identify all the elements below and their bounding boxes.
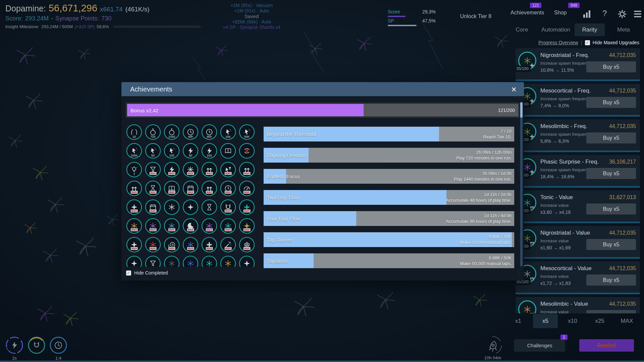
ability-time-button[interactable] [49,336,67,354]
achievement-desc: Play 1440 minutes in one run. [454,176,512,182]
achievement-icon[interactable]: MAX [145,237,161,252]
achievement-icon[interactable]: MAX [126,199,142,215]
achievement-icon[interactable] [239,143,255,159]
buy-button[interactable]: Buy x5 [586,239,636,250]
achievement-icon[interactable]: MAX [202,237,217,252]
settings-gear-icon[interactable] [617,9,627,19]
achievement-icon[interactable]: MAX [183,181,198,196]
stats-icon[interactable] [582,9,592,19]
achievement-icon[interactable]: MAX [220,181,236,196]
rewire-button[interactable]: Rewire! [579,339,634,352]
achievement-icon[interactable]: MAX [183,237,198,252]
achievement-icon[interactable]: MAX [220,162,236,177]
hide-completed-checkbox[interactable]: ✓ [126,270,131,276]
achievement-icon[interactable]: 100K [126,143,142,159]
achievement-icon[interactable]: 50 [183,143,198,159]
achievement-icon[interactable]: MAX [183,218,198,234]
buy-button[interactable]: Buy x5 [586,97,636,108]
multiplier-x5[interactable]: x5 [533,314,558,328]
achievement-icon[interactable]: MAX [183,162,198,177]
achievement-value: 1d 11h / 2d 0h [446,192,512,197]
achievement-icon[interactable]: MAX [145,181,161,196]
achievement-icon[interactable] [183,256,198,267]
achievement-icon[interactable]: 96h [202,124,217,140]
achievement-icon[interactable] [220,256,236,267]
menu-icon[interactable] [633,10,642,18]
achievement-icon[interactable]: 1440 [164,124,179,140]
hide-maxed-checkbox[interactable]: ✓ [585,40,590,45]
achievement-icon[interactable]: MAX [239,162,255,177]
achievement-icon[interactable]: 100 [202,143,217,159]
achievement-icon[interactable] [183,199,198,215]
shop-button[interactable]: Shop [552,9,569,16]
upgrade-progress [516,186,640,188]
max-chip: MAX [225,172,232,175]
achievement-icon[interactable]: MAX [164,237,179,252]
tab-core[interactable]: Core [507,23,537,36]
achievement-icon[interactable]: MAX [202,162,217,177]
achievement-icon[interactable]: MAX [239,218,255,234]
tab-meta[interactable]: Meta [608,23,639,36]
buy-button[interactable]: Buy x5 [586,168,636,179]
buy-button[interactable]: Buy x5 [586,203,636,215]
help-icon[interactable]: ? [602,9,607,18]
achievement-icon[interactable]: MAX [145,162,161,177]
achievement-icon[interactable] [145,256,161,267]
multiplier-max[interactable]: MAX [614,314,639,328]
achievement-icon[interactable]: 100 [164,143,179,159]
achievement-icon[interactable]: MAX [239,237,255,252]
achievement-icon-label: 100 [202,154,216,157]
boost-rocket-icon[interactable] [482,335,503,356]
burst-icon [168,259,176,267]
achievement-icon[interactable]: MAX [145,199,161,215]
multiplier-x25[interactable]: x25 [587,314,612,328]
ability-magnet-button[interactable] [28,336,46,354]
tab-rarity[interactable]: Rarity [575,23,605,36]
modal-scrollbar[interactable] [520,102,523,266]
achievement-icon[interactable] [239,256,255,267]
achievement-icon[interactable]: 720 [145,124,161,140]
achievement-icon[interactable]: 10K [220,124,236,140]
achievement-icon[interactable]: MAX [126,218,142,234]
achievement-icon[interactable]: 7 [126,162,142,177]
modal-scrollbar-thumb[interactable] [520,102,523,118]
achievement-icon[interactable] [202,199,217,215]
achievement-icon[interactable]: MAX [164,162,179,177]
achievement-icon[interactable] [164,256,179,267]
achievement-icon[interactable]: MAX [239,181,255,196]
hourglass-badge [202,199,217,215]
buy-button[interactable]: Buy x5 [586,61,636,72]
achievement-icon[interactable]: 48h [183,124,198,140]
challenges-button[interactable]: Challenges [514,339,565,352]
achievement-icon[interactable]: MAX [239,199,255,215]
achievement-icon[interactable]: MAX [164,181,179,196]
upgrade-cost: 36,106,217 [609,159,636,165]
achievement-icon[interactable]: MAX [126,181,142,196]
multiplier-x10[interactable]: x10 [560,314,585,328]
achievement-icon[interactable]: 50K [239,124,255,140]
buy-button[interactable]: Buy x5 [586,310,636,313]
multiplier-x1[interactable]: x1 [506,314,531,328]
achievement-icon[interactable] [220,143,236,159]
achievement-icon[interactable]: 10 [126,124,142,140]
achievement-icon[interactable]: MAX [126,237,142,252]
achievement-icon[interactable] [202,256,217,267]
achievement-icon[interactable]: MAX [220,218,236,234]
close-icon[interactable]: × [509,83,519,96]
achievement-icon[interactable]: MAX [220,199,236,215]
achievement-icon[interactable]: MAX [164,218,179,234]
achievements-button[interactable]: Achievements [508,9,546,16]
tab-automation[interactable]: Automation [541,23,571,36]
ability-burst-button[interactable] [5,336,23,354]
achievement-icon[interactable]: MAX [145,218,161,234]
achievement-icon[interactable]: 50 [145,143,161,159]
achievement-icon[interactable] [126,256,142,267]
unlock-tier-button[interactable]: Unlock Tier 8 [448,9,504,23]
progress-overview-link[interactable]: Progress Overview [538,40,578,45]
achievement-icon[interactable] [164,199,179,215]
achievement-icon[interactable]: MAX [220,237,236,252]
achievement-icon[interactable]: MAX [202,218,217,234]
achievement-icon[interactable]: MAX [202,181,217,196]
buy-button[interactable]: Buy x5 [586,132,636,143]
buy-button[interactable]: Buy x5 [586,275,636,286]
